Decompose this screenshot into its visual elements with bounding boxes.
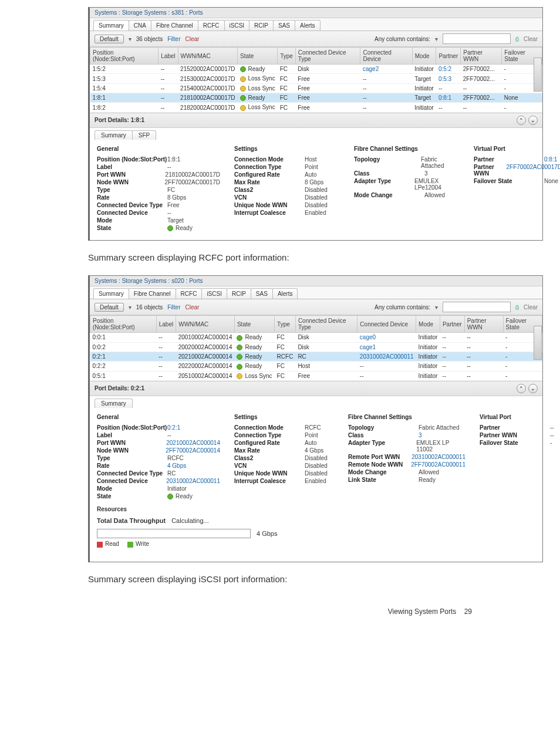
- table-row[interactable]: 0:2:2--20220002AC000014ReadyFCHost--Init…: [90, 362, 542, 371]
- legend-read: Read: [105, 541, 119, 547]
- table-row[interactable]: 0:5:1--20510002AC000014Loss SyncFCFree--…: [90, 371, 542, 380]
- subtab-sfp[interactable]: SFP: [132, 130, 156, 140]
- page-footer: Viewing System Ports 29: [0, 607, 472, 616]
- tab-summary[interactable]: Summary: [93, 20, 129, 31]
- kv-row: Mode ChangeAllowed: [348, 468, 465, 476]
- expand-icon[interactable]: ⌄: [528, 384, 538, 393]
- settings-title: Settings: [234, 146, 340, 152]
- kv-row: Node WWN2FF70002AC00017D: [97, 178, 220, 186]
- col-cd[interactable]: Connected Device: [357, 316, 416, 333]
- tab-alerts[interactable]: Alerts: [295, 20, 321, 31]
- table-row[interactable]: 0:0:1--20010002AC000014ReadyFCDiskcage0I…: [90, 333, 542, 342]
- col-cdt[interactable]: Connected Device Type: [295, 48, 360, 65]
- col-mode[interactable]: Mode: [416, 316, 440, 333]
- table-row[interactable]: 0:0:2--20020002AC000014ReadyFCDiskcage1I…: [90, 342, 542, 352]
- kv-row: TypeRCFC: [97, 454, 220, 462]
- table-row[interactable]: 1:8:1--21810002AC00017DReadyFCFree--Targ…: [90, 93, 542, 103]
- kv-row: Remote Port WWN20310002AC000011: [348, 453, 465, 461]
- kv-row: ModeInitiator: [97, 485, 220, 492]
- col-wwn[interactable]: WWN/MAC: [178, 48, 237, 65]
- table-row[interactable]: 1:5:3--21530002AC00017DLoss SyncFCFree--…: [90, 74, 542, 83]
- throughput-bar: [97, 529, 251, 538]
- view-selector[interactable]: Default: [95, 303, 124, 312]
- tab-cna[interactable]: CNA: [129, 20, 151, 31]
- kv-row: TopologyFabric Attached: [348, 424, 465, 431]
- table-row[interactable]: 1:5:4--21540002AC00017DLoss SyncFCFree--…: [90, 83, 542, 93]
- kv-row: VCNDisabled: [234, 194, 340, 201]
- kv-row: Port WWN21810002AC00017D: [97, 171, 220, 178]
- filter-input[interactable]: [443, 302, 511, 312]
- tab-rcfc[interactable]: RCFC: [198, 20, 225, 31]
- col-position[interactable]: Position (Node:Slot:Port): [90, 316, 157, 333]
- section-fcs: Fibre Channel Settings TopologyFabric At…: [354, 144, 460, 232]
- col-label[interactable]: Label: [156, 316, 176, 333]
- tab-iscsi[interactable]: iSCSI: [201, 288, 227, 299]
- col-partner[interactable]: Partner: [436, 48, 461, 65]
- col-wwn[interactable]: WWN/MAC: [176, 316, 235, 333]
- clear-link[interactable]: Clear: [185, 304, 200, 310]
- tab-sas[interactable]: SAS: [251, 288, 273, 299]
- collapse-icon[interactable]: ⌃: [517, 384, 526, 393]
- details-title: Port Details: 1:8:1: [95, 117, 144, 123]
- breadcrumb-text: Systems : Storage Systems : s381 : Ports: [95, 9, 203, 16]
- table-row[interactable]: 0:2:1--20210002AC000014ReadyRCFCRC203100…: [90, 352, 542, 361]
- table-row[interactable]: 1:8:2--21820002AC00017DLoss SyncFCFree--…: [90, 103, 542, 112]
- kv-row: Position (Node:Slot:Port)0:2:1: [97, 424, 220, 431]
- tab-rcfc[interactable]: RCFC: [176, 288, 203, 299]
- col-position[interactable]: Position (Node:Slot:Port): [90, 48, 158, 65]
- col-cd[interactable]: Connected Device: [360, 48, 412, 65]
- scrollbar-thumb[interactable]: [534, 326, 542, 360]
- filter-input[interactable]: [443, 33, 511, 44]
- kv-row: TypeFC: [97, 186, 220, 194]
- col-partner[interactable]: Partner: [440, 316, 464, 333]
- kv-row: Connection ModeRCFC: [234, 424, 334, 431]
- col-mode[interactable]: Mode: [412, 48, 436, 65]
- legend-read-swatch: [97, 542, 103, 548]
- table-row[interactable]: 1:5:2--21520002AC00017DReadyFCDiskcage2I…: [90, 65, 542, 74]
- kv-row: VCNDisabled: [234, 462, 334, 470]
- col-cdt[interactable]: Connected Device Type: [295, 316, 357, 333]
- general-title: General: [97, 146, 220, 152]
- tabbar: Summary CNA Fibre Channel RCFC iSCSI RCI…: [90, 18, 542, 31]
- export-icon[interactable]: ⎙: [515, 304, 519, 310]
- col-label[interactable]: Label: [158, 48, 178, 65]
- section-vport: Virtual Port Partner--Partner WWN--Failo…: [480, 413, 560, 500]
- breadcrumb-text: Systems : Storage Systems : s020 : Ports: [95, 278, 203, 284]
- subtab-summary[interactable]: Summary: [95, 399, 133, 408]
- throughput-capacity: 4 Gbps: [257, 530, 277, 537]
- kv-row: StateReady: [97, 492, 220, 500]
- tab-iscsi[interactable]: iSCSI: [224, 20, 250, 31]
- kv-row: Connection TypePoint: [234, 431, 334, 439]
- expand-icon[interactable]: ⌄: [528, 116, 538, 125]
- view-selector[interactable]: Default: [95, 35, 124, 43]
- tab-alerts[interactable]: Alerts: [272, 288, 298, 299]
- clear-button[interactable]: Clear: [524, 36, 538, 42]
- col-type[interactable]: Type: [275, 316, 296, 333]
- clear-button[interactable]: Clear: [524, 304, 538, 310]
- kv-row: Connected Device--: [97, 209, 220, 217]
- tab-fibrechannel[interactable]: Fibre Channel: [151, 20, 198, 31]
- details-header: Port Details: 1:8:1 ⌃ ⌄: [90, 113, 542, 128]
- tab-rcip[interactable]: RCIP: [227, 288, 251, 299]
- subtab-summary[interactable]: Summary: [95, 130, 133, 140]
- col-type[interactable]: Type: [278, 48, 296, 65]
- scrollbar-thumb[interactable]: [534, 58, 542, 92]
- col-state[interactable]: State: [238, 48, 278, 65]
- filter-link[interactable]: Filter: [167, 304, 180, 310]
- kv-row: Max Rate8 Gbps: [234, 178, 340, 186]
- tab-summary[interactable]: Summary: [93, 288, 129, 299]
- kv-row: Node WWN2FF70002AC000014: [97, 447, 220, 454]
- col-pwwn[interactable]: Partner WWN: [464, 316, 503, 333]
- export-icon[interactable]: ⎙: [515, 36, 519, 42]
- tab-fibrechannel[interactable]: Fibre Channel: [129, 288, 176, 299]
- kv-row: Partner WWN--: [480, 431, 560, 439]
- col-state[interactable]: State: [234, 316, 274, 333]
- filter-link[interactable]: Filter: [167, 36, 180, 42]
- col-pwwn[interactable]: Partner WWN: [461, 48, 502, 65]
- kv-row: Partner--: [480, 424, 560, 431]
- kv-row: StateReady: [97, 224, 220, 232]
- tab-rcip[interactable]: RCIP: [249, 20, 274, 31]
- tab-sas[interactable]: SAS: [273, 20, 295, 31]
- collapse-icon[interactable]: ⌃: [517, 116, 526, 125]
- clear-link[interactable]: Clear: [185, 36, 200, 42]
